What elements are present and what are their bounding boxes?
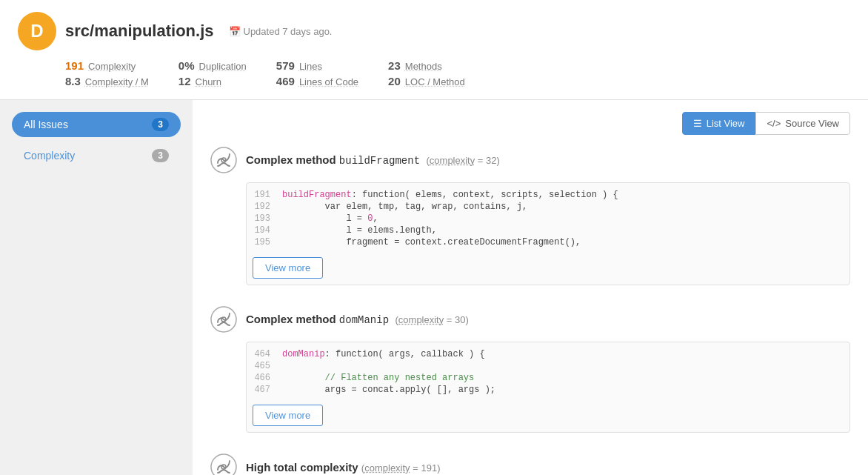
stat-group-1: 191 Complexity 8.3 Complexity / M: [65, 59, 149, 87]
issue-type-label-3: High total complexity: [246, 461, 358, 474]
code-line: 191 buildFragment: function( elems, cont…: [247, 189, 849, 201]
code-line: 467 args = concat.apply( [], args );: [247, 384, 849, 396]
header-stats: 191 Complexity 8.3 Complexity / M 0% Dup…: [65, 59, 850, 87]
code-line: 192 var elem, tmp, tag, wrap, contains, …: [247, 201, 849, 213]
complexity-info-1: (complexity = 32): [426, 155, 499, 166]
stat-value-churn: 12: [178, 75, 191, 87]
method-name-2: domManip: [339, 314, 395, 326]
updated-text: Updated 7 days ago.: [244, 26, 333, 37]
file-title: src/manipulation.js: [65, 21, 214, 41]
calendar-icon: 📅: [229, 26, 241, 37]
stat-churn: 12 Churn: [178, 75, 247, 87]
stat-value-complexity: 191: [65, 59, 84, 72]
issue-type-label-1: Complex method: [246, 153, 336, 166]
sidebar: All Issues 3 Complexity 3: [0, 100, 193, 475]
list-view-label: List View: [707, 118, 745, 129]
stat-group-3: 579 Lines 469 Lines of Code: [276, 59, 358, 87]
issue-header-2: Complex method domManip (complexity = 30…: [210, 306, 850, 333]
avatar: D: [18, 12, 56, 50]
issue-header-3: High total complexity (complexity = 191): [210, 454, 850, 475]
sidebar-complexity-label: Complexity: [24, 150, 75, 162]
issue-card-3: High total complexity (complexity = 191): [210, 454, 850, 475]
code-lines-1: 191 buildFragment: function( elems, cont…: [247, 183, 849, 254]
code-line: 464 domManip: function( args, callback )…: [247, 348, 849, 360]
all-issues-badge: 3: [152, 118, 169, 131]
stat-complexity-m: 8.3 Complexity / M: [65, 75, 149, 87]
stat-value-loc-method: 20: [388, 75, 401, 87]
complexity-info-3: (complexity = 191): [361, 462, 441, 474]
list-view-icon: ☰: [693, 118, 702, 129]
stat-label-complexity: Complexity: [88, 61, 136, 72]
header-top: D src/manipulation.js 📅 Updated 7 days a…: [18, 12, 850, 50]
stat-value-lines: 579: [276, 59, 295, 72]
stat-lines: 579 Lines: [276, 59, 358, 72]
stat-loc-method: 20 LOC / Method: [388, 75, 465, 87]
stat-methods: 23 Methods: [388, 59, 465, 72]
complexity-icon-3: [210, 454, 237, 475]
stat-duplication: 0% Duplication: [178, 59, 247, 72]
view-toggle: ☰ List View </> Source View: [210, 112, 850, 135]
sidebar-complexity-badge: 3: [152, 149, 169, 162]
stat-group-2: 0% Duplication 12 Churn: [178, 59, 247, 87]
source-view-label: Source View: [785, 118, 839, 129]
code-line: 193 l = 0,: [247, 213, 849, 225]
stat-value-loc: 469: [276, 75, 295, 87]
method-name-1: buildFragment: [339, 155, 427, 167]
stat-value-duplication: 0%: [178, 59, 195, 72]
stat-value-complexity-m: 8.3: [65, 75, 81, 87]
issue-type-label-2: Complex method: [246, 313, 336, 325]
code-line: 466 // Flatten any nested arrays: [247, 372, 849, 384]
main-container: All Issues 3 Complexity 3 ☰ List View </…: [0, 100, 868, 475]
stat-label-loc-method: LOC / Method: [405, 76, 465, 87]
complexity-icon-1: [210, 147, 237, 173]
issue-title-1: Complex method buildFragment (complexity…: [246, 153, 500, 167]
sidebar-item-complexity[interactable]: Complexity 3: [12, 143, 181, 168]
stat-loc: 469 Lines of Code: [276, 75, 358, 87]
file-header: D src/manipulation.js 📅 Updated 7 days a…: [0, 0, 868, 100]
code-line: 195 fragment = context.createDocumentFra…: [247, 236, 849, 248]
updated-info: 📅 Updated 7 days ago.: [229, 26, 333, 37]
code-block-1: 191 buildFragment: function( elems, cont…: [246, 182, 850, 285]
code-line: 194 l = elems.length,: [247, 225, 849, 236]
issue-title-3: High total complexity (complexity = 191): [246, 461, 440, 474]
stat-label-lines: Lines: [299, 61, 322, 72]
stat-value-methods: 23: [388, 59, 401, 72]
stat-label-duplication: Duplication: [199, 61, 247, 72]
view-more-button-1[interactable]: View more: [253, 257, 323, 279]
complexity-info-2: (complexity = 30): [395, 314, 468, 325]
stat-label-complexity-m: Complexity / M: [85, 76, 149, 87]
stat-label-loc: Lines of Code: [299, 76, 358, 87]
content-area: ☰ List View </> Source View: [193, 100, 868, 475]
source-view-button[interactable]: </> Source View: [755, 112, 850, 135]
issue-card-1: Complex method buildFragment (complexity…: [210, 147, 850, 285]
issue-card-2: Complex method domManip (complexity = 30…: [210, 306, 850, 433]
list-view-button[interactable]: ☰ List View: [682, 112, 756, 135]
stat-group-4: 23 Methods 20 LOC / Method: [388, 59, 465, 87]
stat-label-methods: Methods: [405, 61, 442, 72]
all-issues-label: All Issues: [24, 119, 68, 130]
stat-label-churn: Churn: [196, 76, 221, 87]
code-lines-2: 464 domManip: function( args, callback )…: [247, 342, 849, 402]
source-view-icon: </>: [767, 118, 781, 129]
sidebar-all-issues[interactable]: All Issues 3: [12, 112, 181, 137]
complexity-icon-2: [210, 306, 237, 333]
issue-header-1: Complex method buildFragment (complexity…: [210, 147, 850, 173]
view-more-button-2[interactable]: View more: [253, 405, 323, 426]
stat-complexity: 191 Complexity: [65, 59, 149, 72]
code-block-2: 464 domManip: function( args, callback )…: [246, 342, 850, 433]
code-line: 465: [247, 360, 849, 372]
issue-title-2: Complex method domManip (complexity = 30…: [246, 313, 469, 326]
